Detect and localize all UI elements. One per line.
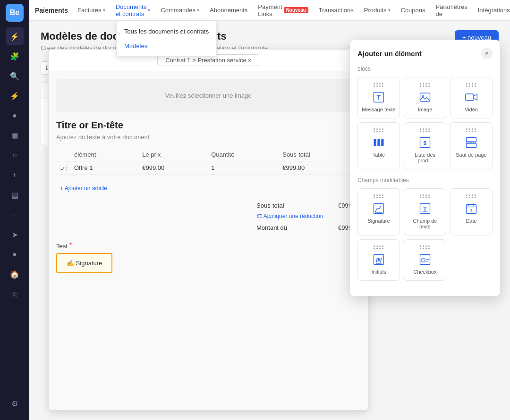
svg-rect-27 <box>422 259 425 262</box>
nav-item-produits[interactable]: Produits ▾ <box>359 4 395 17</box>
col-element: élément <box>70 148 138 161</box>
dropdown-item-all[interactable]: Tous les documents et contrats <box>117 24 216 39</box>
nav-item-integrations[interactable]: Intégrations <box>473 4 510 17</box>
doc-table: élément Le prix Quantité Sous-total ✓ Of… <box>56 148 360 175</box>
chevron-icon-documents: ▾ <box>148 8 150 13</box>
panel-item-label-video: Vidéo <box>465 107 478 112</box>
dots-date <box>466 194 476 198</box>
nav-item-abonnements[interactable]: Abonnements <box>205 4 252 17</box>
sidebar-icon-dot[interactable]: ● <box>6 245 24 263</box>
panel-close-button[interactable]: × <box>481 48 493 59</box>
svg-rect-5 <box>374 139 376 146</box>
apply-reduction-button[interactable]: 🏷 Appliquer une réduction <box>256 211 360 221</box>
panel-item-image[interactable]: Image <box>404 77 446 118</box>
col-qty: Quantité <box>207 148 279 161</box>
chevron-icon-factures: ▾ <box>103 8 105 13</box>
col-subtotal: Sous-total <box>279 148 360 161</box>
sidebar-left: Be ⚡ 🧩 🔍 ⚡ ● ▦ ○ + ▤ — ➤ ● 🏠 ☆ ⚙ <box>0 0 29 420</box>
video-icon <box>465 91 478 104</box>
documents-dropdown: Tous les documents et contrats Modèles <box>116 21 217 57</box>
editor-overlay: Contrat 1 > Prestation service x Veuille… <box>48 49 368 411</box>
sidebar-logo: Be <box>6 4 24 22</box>
text-field-icon: T <box>418 202 432 215</box>
nav-item-payment-links[interactable]: Payment Links Nouveau <box>253 0 313 20</box>
sidebar-icon-grid[interactable]: ▦ <box>6 126 24 144</box>
sidebar-icon-puzzle[interactable]: 🧩 <box>6 47 24 65</box>
svg-rect-10 <box>467 138 476 142</box>
nav-item-coupons[interactable]: Coupons <box>396 4 430 17</box>
sidebar-icon-circle[interactable]: ● <box>6 107 24 125</box>
svg-text:T: T <box>377 94 381 101</box>
dropdown-item-modeles[interactable]: Modèles <box>117 39 216 53</box>
blocs-section-title: blocs <box>357 66 493 72</box>
doc-image-placeholder[interactable]: Veuillez sélectionner une image <box>56 79 360 112</box>
panel-item-signature[interactable]: Signature <box>357 188 400 235</box>
sidebar-icon-plus[interactable]: + <box>6 166 24 184</box>
panel-item-label-saut: Saut de page <box>456 152 486 158</box>
dots-initials <box>374 245 384 249</box>
panel-item-label-initials: Initials <box>371 269 386 275</box>
sidebar-icon-search[interactable]: 🔍 <box>6 67 24 85</box>
nav-item-documents[interactable]: Documents et contrats ▾ <box>111 0 155 20</box>
nav-item-commandes[interactable]: Commandes ▾ <box>156 4 204 17</box>
dots-message <box>374 83 384 87</box>
dots-video <box>466 83 476 87</box>
summary-subtotal-row: Sous-total €999.00 <box>256 200 360 211</box>
checkbox-icon[interactable]: ✓ <box>60 165 67 171</box>
doc-table-row: ✓ Offre 1 €999.00 1 €999.00 <box>56 161 360 175</box>
blocs-grid: T Message texte <box>357 77 493 169</box>
svg-point-3 <box>422 95 424 97</box>
svg-rect-7 <box>381 139 383 146</box>
sidebar-icon-list[interactable]: ▤ <box>6 186 24 204</box>
signature-button[interactable]: ✍ Signature <box>56 253 112 273</box>
panel-item-video[interactable]: Vidéo <box>450 77 493 118</box>
panel-item-label-checkbox: Checkbox <box>414 269 437 275</box>
panel-item-message-texte[interactable]: T Message texte <box>357 77 400 118</box>
dots-saut <box>466 128 476 132</box>
svg-rect-6 <box>377 139 380 146</box>
sidebar-icon-minus[interactable]: — <box>6 206 24 224</box>
top-nav: Paiements Factures ▾ Documents et contra… <box>29 0 510 21</box>
row-item-subtotal: €999.00 <box>279 161 360 175</box>
sidebar-icon-send[interactable]: ➤ <box>6 226 24 244</box>
checkbox-panel-icon <box>418 253 432 266</box>
nav-item-transactions[interactable]: Transactions <box>314 4 358 17</box>
doc-subtitle: Ajoutez du texte à votre document <box>56 134 360 141</box>
sidebar-icon-lightning[interactable]: ⚡ <box>6 27 24 45</box>
dots-liste <box>420 128 430 132</box>
main-area: Paiements Factures ▾ Documents et contra… <box>29 0 510 420</box>
nav-item-parametres[interactable]: Paramètres de <box>431 0 472 20</box>
signature-label: Test * <box>56 242 360 250</box>
sidebar-icon-home[interactable]: 🏠 <box>6 265 24 283</box>
image-icon <box>418 91 432 104</box>
sidebar-icon-ring[interactable]: ○ <box>6 146 24 164</box>
svg-rect-4 <box>466 94 474 101</box>
panel-item-label-champ-texte: Champ de texte <box>408 218 442 229</box>
nav-brand: Paiements <box>35 7 68 14</box>
panel-item-date[interactable]: 1 Date <box>450 188 493 235</box>
panel-item-label-table: Table <box>373 152 385 158</box>
panel-item-table[interactable]: Table <box>357 122 400 169</box>
panel-item-liste[interactable]: $ Liste des prod... <box>404 122 446 169</box>
sidebar-icon-star[interactable]: ☆ <box>6 285 24 303</box>
panel-item-saut[interactable]: Saut de page <box>450 122 493 169</box>
editor-content[interactable]: Veuillez sélectionner une image Titre or… <box>49 71 368 411</box>
panel-item-checkbox[interactable]: Checkbox <box>404 239 446 281</box>
signature-icon <box>372 202 385 215</box>
add-article-button[interactable]: + Ajouter un article <box>56 182 360 194</box>
sidebar-icon-bolt[interactable]: ⚡ <box>6 87 24 105</box>
panel-item-initials[interactable]: IN Initials <box>357 239 400 281</box>
nav-item-factures[interactable]: Factures ▾ <box>73 4 110 17</box>
date-icon: 1 <box>465 202 478 215</box>
row-check: ✓ <box>56 161 70 175</box>
add-element-panel: Ajouter un élément × blocs T <box>349 40 501 296</box>
panel-item-label-message: Message texte <box>362 107 396 112</box>
panel-header: Ajouter un élément × <box>357 48 493 59</box>
doc-summary: Sous-total €999.00 🏷 Appliquer une réduc… <box>256 200 360 234</box>
doc-title: Titre or En-tête <box>56 120 360 131</box>
dots-table <box>374 128 384 132</box>
sidebar-icon-settings[interactable]: ⚙ <box>6 395 24 412</box>
panel-item-champ-texte[interactable]: T Champ de texte <box>404 188 446 235</box>
panel-item-label-date: Date <box>466 218 476 224</box>
initials-icon: IN <box>372 253 385 266</box>
